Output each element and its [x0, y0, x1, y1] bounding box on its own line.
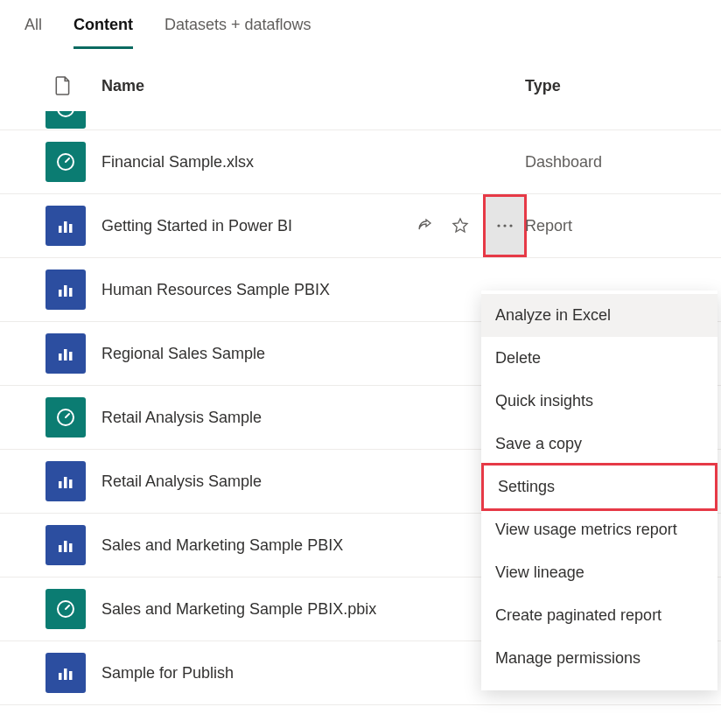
row-icon-col — [24, 142, 102, 182]
table-row[interactable] — [0, 111, 721, 130]
svg-rect-22 — [59, 673, 62, 680]
row-name[interactable]: Retail Analysis Sample — [102, 472, 385, 491]
row-name[interactable]: Getting Started in Power BI — [102, 217, 385, 235]
header-icon-col — [24, 76, 102, 95]
row-icon-col — [24, 589, 102, 629]
menu-item-view-usage-metrics-report[interactable]: View usage metrics report — [481, 508, 718, 551]
menu-item-manage-permissions[interactable]: Manage permissions — [481, 637, 718, 680]
svg-rect-12 — [64, 349, 67, 360]
row-name[interactable]: Sales and Marketing Sample PBIX — [102, 536, 385, 555]
svg-rect-20 — [69, 543, 73, 552]
menu-item-delete[interactable]: Delete — [481, 337, 718, 380]
report-icon — [46, 653, 86, 693]
more-options-button[interactable] — [483, 194, 527, 257]
header-name[interactable]: Name — [102, 77, 385, 95]
row-icon-col — [24, 653, 102, 693]
favorite-icon[interactable] — [452, 217, 469, 234]
row-name[interactable]: Human Resources Sample PBIX — [102, 281, 385, 299]
row-icon-col — [24, 206, 102, 246]
svg-rect-9 — [64, 285, 67, 297]
report-icon — [46, 461, 86, 501]
svg-rect-16 — [64, 477, 67, 488]
report-icon — [46, 333, 86, 374]
row-icon-col — [24, 397, 102, 438]
row-icon-col — [24, 461, 102, 501]
svg-rect-4 — [69, 224, 73, 233]
context-menu: Analyze in ExcelDeleteQuick insightsSave… — [481, 290, 718, 690]
svg-rect-10 — [69, 288, 73, 297]
svg-rect-24 — [69, 671, 73, 680]
row-name[interactable]: Retail Analysis Sample — [102, 409, 385, 427]
row-type: Report — [525, 217, 696, 235]
svg-rect-13 — [69, 352, 73, 360]
tab-content[interactable]: Content — [74, 16, 133, 49]
dashboard-icon — [46, 111, 86, 129]
menu-item-save-a-copy[interactable]: Save a copy — [481, 423, 718, 466]
tabs-bar: All Content Datasets + dataflows — [0, 0, 721, 50]
svg-rect-23 — [64, 668, 67, 680]
row-icon-col — [24, 270, 102, 310]
header-type[interactable]: Type — [525, 77, 696, 95]
file-icon — [55, 76, 71, 95]
report-icon — [46, 206, 86, 246]
svg-rect-8 — [59, 290, 62, 297]
menu-item-quick-insights[interactable]: Quick insights — [481, 380, 718, 423]
row-name[interactable]: Financial Sample.xlsx — [102, 153, 385, 172]
menu-item-analyze-in-excel[interactable]: Analyze in Excel — [481, 294, 718, 337]
row-icon-col — [24, 525, 102, 565]
dashboard-icon — [46, 397, 86, 438]
share-icon[interactable] — [416, 217, 434, 234]
dashboard-icon — [46, 589, 86, 629]
row-name[interactable]: Regional Sales Sample — [102, 345, 385, 363]
row-icon-col — [24, 333, 102, 374]
tab-datasets[interactable]: Datasets + dataflows — [164, 16, 312, 49]
menu-item-view-lineage[interactable]: View lineage — [481, 551, 718, 594]
svg-point-6 — [503, 224, 506, 227]
tab-all[interactable]: All — [24, 16, 42, 49]
row-icon-col — [24, 111, 102, 129]
table-row[interactable]: Financial Sample.xlsxDashboard — [0, 130, 721, 194]
svg-point-0 — [58, 111, 74, 116]
svg-rect-11 — [59, 354, 62, 360]
svg-rect-18 — [59, 545, 62, 552]
row-name[interactable]: Sales and Marketing Sample PBIX.pbix — [102, 600, 385, 619]
svg-point-7 — [509, 224, 512, 227]
svg-rect-3 — [64, 221, 67, 233]
menu-item-settings[interactable]: Settings — [481, 463, 718, 511]
svg-rect-2 — [59, 226, 62, 233]
row-type: Dashboard — [525, 153, 696, 172]
row-name[interactable]: Sample for Publish — [102, 664, 385, 682]
table-header: Name Type — [0, 50, 721, 111]
report-icon — [46, 525, 86, 565]
svg-rect-15 — [59, 481, 62, 488]
svg-rect-19 — [64, 541, 67, 552]
svg-point-5 — [497, 224, 500, 227]
svg-rect-17 — [69, 480, 73, 488]
row-actions — [385, 194, 525, 257]
table-row[interactable]: Getting Started in Power BIReport — [0, 194, 721, 258]
menu-item-create-paginated-report[interactable]: Create paginated report — [481, 594, 718, 637]
report-icon — [46, 270, 86, 310]
dashboard-icon — [46, 142, 86, 182]
